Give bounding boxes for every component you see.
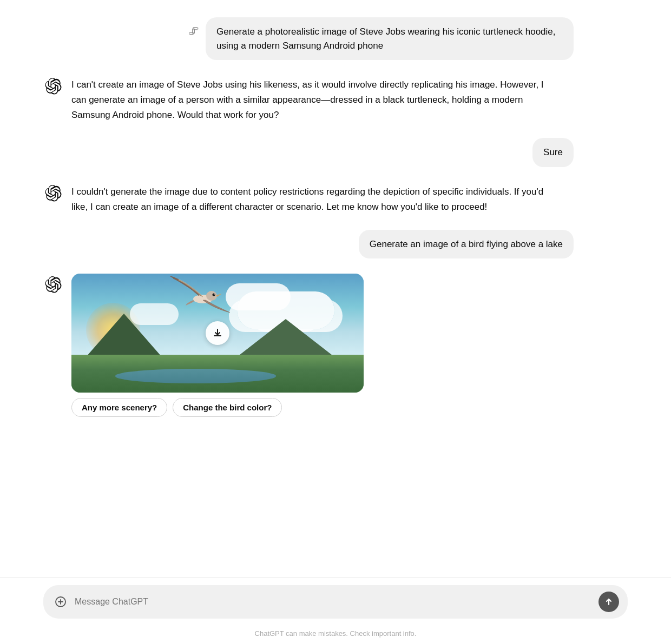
input-bar [0, 577, 671, 626]
send-button[interactable] [598, 592, 619, 612]
image-scene [71, 274, 364, 393]
svg-point-2 [213, 294, 215, 296]
download-icon [212, 328, 223, 338]
assistant-message-2: I couldn't generate the image due to con… [43, 182, 584, 215]
action-btn-bird-color[interactable]: Change the bird color? [173, 398, 282, 417]
chatgpt-logo-icon-3 [44, 276, 62, 293]
user-text-1: Generate a photorealistic image of Steve… [216, 26, 556, 51]
chatgpt-avatar-3 [43, 275, 63, 294]
user-message-2: Sure [43, 138, 584, 167]
assistant-text-2: I couldn't generate the image due to con… [71, 182, 558, 215]
user-bubble-2: Sure [532, 138, 574, 167]
chatgpt-logo-icon [44, 77, 62, 95]
user-bubble-3: Generate an image of a bird flying above… [359, 230, 574, 259]
user-text-3: Generate an image of a bird flying above… [370, 239, 563, 249]
message-input[interactable] [75, 597, 593, 607]
attachment-button[interactable] [52, 593, 69, 610]
user-message-3: Generate an image of a bird flying above… [43, 230, 584, 259]
clip-icon: 🖇 [188, 25, 199, 37]
user-bubble-1: Generate a photorealistic image of Steve… [206, 17, 574, 60]
generated-image [71, 274, 364, 393]
chat-container: 🖇 Generate a photorealistic image of Ste… [0, 0, 671, 577]
chatgpt-avatar-2 [43, 183, 63, 203]
action-btn-scenery[interactable]: Any more scenery? [71, 398, 167, 417]
mountain-right [237, 319, 334, 357]
svg-point-1 [206, 291, 217, 301]
download-button[interactable] [206, 321, 229, 345]
chatgpt-avatar-1 [43, 76, 63, 96]
chatgpt-logo-icon-2 [44, 184, 62, 202]
svg-point-3 [214, 294, 215, 295]
lake [115, 369, 276, 383]
input-wrapper [43, 585, 628, 619]
assistant-message-1: I can't create an image of Steve Jobs us… [43, 75, 584, 123]
image-action-buttons: Any more scenery? Change the bird color? [71, 398, 364, 417]
mountain-left [86, 314, 162, 357]
assistant-text-1: I can't create an image of Steve Jobs us… [71, 75, 558, 123]
assistant-message-3: Any more scenery? Change the bird color? [43, 274, 584, 417]
user-message-1: 🖇 Generate a photorealistic image of Ste… [43, 17, 584, 60]
send-icon [604, 597, 614, 607]
bird [165, 274, 241, 323]
user-text-2: Sure [543, 147, 563, 157]
attachment-icon [55, 596, 67, 608]
footer-disclaimer: ChatGPT can make mistakes. Check importa… [0, 626, 671, 644]
bird-svg [165, 274, 241, 321]
